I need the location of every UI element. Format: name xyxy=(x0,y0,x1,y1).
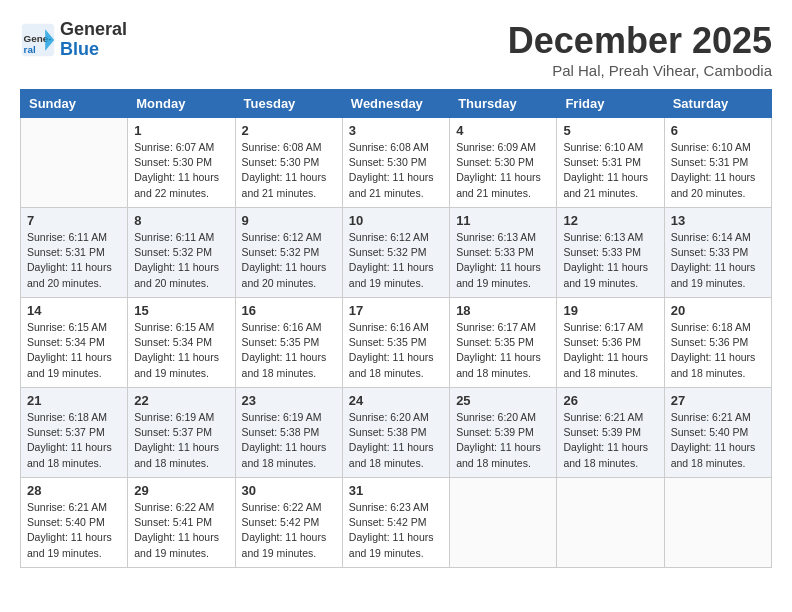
column-header-monday: Monday xyxy=(128,90,235,118)
day-number: 20 xyxy=(671,303,765,318)
day-info: Sunrise: 6:22 AM Sunset: 5:41 PM Dayligh… xyxy=(134,500,228,561)
calendar-cell: 23Sunrise: 6:19 AM Sunset: 5:38 PM Dayli… xyxy=(235,388,342,478)
calendar-week-row: 7Sunrise: 6:11 AM Sunset: 5:31 PM Daylig… xyxy=(21,208,772,298)
day-info: Sunrise: 6:19 AM Sunset: 5:38 PM Dayligh… xyxy=(242,410,336,471)
logo-icon: Gene- ral xyxy=(20,22,56,58)
calendar-cell: 3Sunrise: 6:08 AM Sunset: 5:30 PM Daylig… xyxy=(342,118,449,208)
calendar-cell: 27Sunrise: 6:21 AM Sunset: 5:40 PM Dayli… xyxy=(664,388,771,478)
calendar-cell xyxy=(557,478,664,568)
page-header: Gene- ral General Blue December 2025 Pal… xyxy=(20,20,772,79)
day-info: Sunrise: 6:14 AM Sunset: 5:33 PM Dayligh… xyxy=(671,230,765,291)
day-number: 27 xyxy=(671,393,765,408)
day-info: Sunrise: 6:20 AM Sunset: 5:38 PM Dayligh… xyxy=(349,410,443,471)
day-info: Sunrise: 6:15 AM Sunset: 5:34 PM Dayligh… xyxy=(134,320,228,381)
day-info: Sunrise: 6:08 AM Sunset: 5:30 PM Dayligh… xyxy=(349,140,443,201)
column-header-friday: Friday xyxy=(557,90,664,118)
day-number: 12 xyxy=(563,213,657,228)
day-number: 3 xyxy=(349,123,443,138)
calendar-cell: 15Sunrise: 6:15 AM Sunset: 5:34 PM Dayli… xyxy=(128,298,235,388)
day-info: Sunrise: 6:18 AM Sunset: 5:37 PM Dayligh… xyxy=(27,410,121,471)
day-info: Sunrise: 6:19 AM Sunset: 5:37 PM Dayligh… xyxy=(134,410,228,471)
calendar-cell xyxy=(450,478,557,568)
calendar-cell xyxy=(21,118,128,208)
calendar-cell: 24Sunrise: 6:20 AM Sunset: 5:38 PM Dayli… xyxy=(342,388,449,478)
calendar-week-row: 1Sunrise: 6:07 AM Sunset: 5:30 PM Daylig… xyxy=(21,118,772,208)
calendar-cell: 29Sunrise: 6:22 AM Sunset: 5:41 PM Dayli… xyxy=(128,478,235,568)
day-number: 29 xyxy=(134,483,228,498)
day-number: 17 xyxy=(349,303,443,318)
day-info: Sunrise: 6:07 AM Sunset: 5:30 PM Dayligh… xyxy=(134,140,228,201)
day-number: 7 xyxy=(27,213,121,228)
logo-general-text: General xyxy=(60,20,127,40)
day-number: 23 xyxy=(242,393,336,408)
column-header-tuesday: Tuesday xyxy=(235,90,342,118)
day-number: 22 xyxy=(134,393,228,408)
calendar-cell: 2Sunrise: 6:08 AM Sunset: 5:30 PM Daylig… xyxy=(235,118,342,208)
calendar-cell: 21Sunrise: 6:18 AM Sunset: 5:37 PM Dayli… xyxy=(21,388,128,478)
calendar-cell: 17Sunrise: 6:16 AM Sunset: 5:35 PM Dayli… xyxy=(342,298,449,388)
calendar-week-row: 14Sunrise: 6:15 AM Sunset: 5:34 PM Dayli… xyxy=(21,298,772,388)
day-number: 2 xyxy=(242,123,336,138)
day-number: 16 xyxy=(242,303,336,318)
day-info: Sunrise: 6:17 AM Sunset: 5:35 PM Dayligh… xyxy=(456,320,550,381)
day-number: 14 xyxy=(27,303,121,318)
day-number: 31 xyxy=(349,483,443,498)
location-title: Pal Hal, Preah Vihear, Cambodia xyxy=(508,62,772,79)
logo-text: General Blue xyxy=(60,20,127,60)
day-info: Sunrise: 6:16 AM Sunset: 5:35 PM Dayligh… xyxy=(349,320,443,381)
calendar-table: SundayMondayTuesdayWednesdayThursdayFrid… xyxy=(20,89,772,568)
day-number: 18 xyxy=(456,303,550,318)
day-info: Sunrise: 6:16 AM Sunset: 5:35 PM Dayligh… xyxy=(242,320,336,381)
calendar-cell: 4Sunrise: 6:09 AM Sunset: 5:30 PM Daylig… xyxy=(450,118,557,208)
calendar-cell: 13Sunrise: 6:14 AM Sunset: 5:33 PM Dayli… xyxy=(664,208,771,298)
day-info: Sunrise: 6:18 AM Sunset: 5:36 PM Dayligh… xyxy=(671,320,765,381)
title-block: December 2025 Pal Hal, Preah Vihear, Cam… xyxy=(508,20,772,79)
day-info: Sunrise: 6:21 AM Sunset: 5:40 PM Dayligh… xyxy=(671,410,765,471)
calendar-cell: 28Sunrise: 6:21 AM Sunset: 5:40 PM Dayli… xyxy=(21,478,128,568)
calendar-cell: 6Sunrise: 6:10 AM Sunset: 5:31 PM Daylig… xyxy=(664,118,771,208)
day-number: 9 xyxy=(242,213,336,228)
day-info: Sunrise: 6:21 AM Sunset: 5:40 PM Dayligh… xyxy=(27,500,121,561)
calendar-cell: 8Sunrise: 6:11 AM Sunset: 5:32 PM Daylig… xyxy=(128,208,235,298)
day-number: 15 xyxy=(134,303,228,318)
day-number: 13 xyxy=(671,213,765,228)
calendar-cell: 19Sunrise: 6:17 AM Sunset: 5:36 PM Dayli… xyxy=(557,298,664,388)
day-info: Sunrise: 6:20 AM Sunset: 5:39 PM Dayligh… xyxy=(456,410,550,471)
day-number: 26 xyxy=(563,393,657,408)
calendar-cell: 26Sunrise: 6:21 AM Sunset: 5:39 PM Dayli… xyxy=(557,388,664,478)
day-number: 4 xyxy=(456,123,550,138)
logo-blue-text: Blue xyxy=(60,40,127,60)
calendar-cell: 22Sunrise: 6:19 AM Sunset: 5:37 PM Dayli… xyxy=(128,388,235,478)
calendar-cell: 14Sunrise: 6:15 AM Sunset: 5:34 PM Dayli… xyxy=(21,298,128,388)
day-info: Sunrise: 6:21 AM Sunset: 5:39 PM Dayligh… xyxy=(563,410,657,471)
calendar-cell: 7Sunrise: 6:11 AM Sunset: 5:31 PM Daylig… xyxy=(21,208,128,298)
day-number: 6 xyxy=(671,123,765,138)
svg-text:ral: ral xyxy=(24,43,36,54)
calendar-cell: 11Sunrise: 6:13 AM Sunset: 5:33 PM Dayli… xyxy=(450,208,557,298)
column-header-sunday: Sunday xyxy=(21,90,128,118)
day-info: Sunrise: 6:17 AM Sunset: 5:36 PM Dayligh… xyxy=(563,320,657,381)
calendar-cell: 25Sunrise: 6:20 AM Sunset: 5:39 PM Dayli… xyxy=(450,388,557,478)
calendar-cell: 18Sunrise: 6:17 AM Sunset: 5:35 PM Dayli… xyxy=(450,298,557,388)
day-number: 19 xyxy=(563,303,657,318)
day-number: 24 xyxy=(349,393,443,408)
day-number: 1 xyxy=(134,123,228,138)
calendar-cell: 30Sunrise: 6:22 AM Sunset: 5:42 PM Dayli… xyxy=(235,478,342,568)
calendar-cell: 31Sunrise: 6:23 AM Sunset: 5:42 PM Dayli… xyxy=(342,478,449,568)
logo: Gene- ral General Blue xyxy=(20,20,127,60)
day-number: 11 xyxy=(456,213,550,228)
calendar-cell: 20Sunrise: 6:18 AM Sunset: 5:36 PM Dayli… xyxy=(664,298,771,388)
day-number: 5 xyxy=(563,123,657,138)
day-number: 10 xyxy=(349,213,443,228)
column-header-thursday: Thursday xyxy=(450,90,557,118)
day-info: Sunrise: 6:12 AM Sunset: 5:32 PM Dayligh… xyxy=(242,230,336,291)
calendar-week-row: 28Sunrise: 6:21 AM Sunset: 5:40 PM Dayli… xyxy=(21,478,772,568)
column-header-wednesday: Wednesday xyxy=(342,90,449,118)
day-info: Sunrise: 6:13 AM Sunset: 5:33 PM Dayligh… xyxy=(563,230,657,291)
calendar-cell: 10Sunrise: 6:12 AM Sunset: 5:32 PM Dayli… xyxy=(342,208,449,298)
column-header-saturday: Saturday xyxy=(664,90,771,118)
day-info: Sunrise: 6:10 AM Sunset: 5:31 PM Dayligh… xyxy=(563,140,657,201)
month-title: December 2025 xyxy=(508,20,772,62)
day-info: Sunrise: 6:11 AM Sunset: 5:31 PM Dayligh… xyxy=(27,230,121,291)
day-info: Sunrise: 6:13 AM Sunset: 5:33 PM Dayligh… xyxy=(456,230,550,291)
